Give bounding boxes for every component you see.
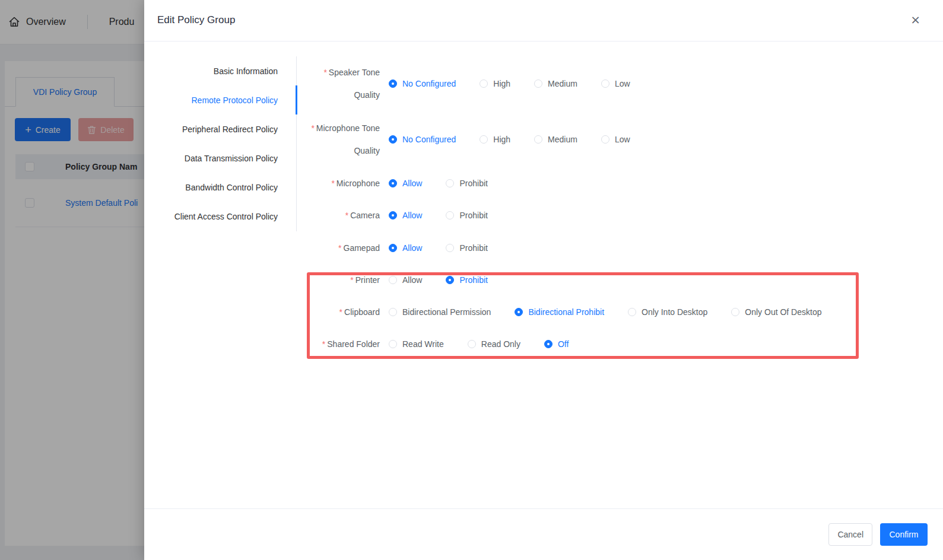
radio-icon — [468, 340, 476, 348]
radio-selected-icon — [389, 79, 397, 88]
cancel-button[interactable]: Cancel — [828, 523, 872, 546]
radio-selected-icon — [389, 135, 397, 144]
radio-only-out-of-desktop[interactable]: Only Out Of Desktop — [731, 307, 821, 317]
required-asterisk: * — [338, 243, 341, 253]
radio-icon — [446, 179, 454, 187]
radio-allow[interactable]: Allow — [389, 179, 422, 188]
required-asterisk: * — [331, 179, 334, 188]
radio-icon — [389, 340, 397, 348]
radio-bidirectional-permission[interactable]: Bidirectional Permission — [389, 307, 491, 317]
required-asterisk: * — [311, 123, 314, 133]
radio-read-write[interactable]: Read Write — [389, 339, 444, 349]
radio-group-microphone: Allow Prohibit — [389, 179, 488, 188]
menu-item-bandwidth-control-policy[interactable]: Bandwidth Control Policy — [144, 173, 297, 202]
radio-group-printer: Allow Prohibit — [389, 275, 488, 285]
radio-selected-icon — [446, 276, 454, 284]
radio-icon — [480, 79, 488, 88]
radio-selected-icon — [389, 179, 397, 187]
menu-item-basic-information[interactable]: Basic Information — [144, 56, 297, 85]
radio-icon — [601, 79, 609, 88]
radio-no-configured[interactable]: No Configured — [389, 79, 456, 88]
close-icon[interactable]: × — [910, 14, 920, 26]
radio-icon — [389, 308, 397, 316]
menu-item-remote-protocol-policy[interactable]: Remote Protocol Policy — [144, 85, 297, 114]
radio-off[interactable]: Off — [544, 339, 569, 349]
modal-header: Edit Policy Group × — [144, 0, 943, 42]
radio-high[interactable]: High — [480, 135, 510, 144]
radio-icon — [446, 244, 454, 252]
radio-icon — [389, 276, 397, 284]
field-label: *Shared Folder — [301, 333, 380, 355]
field-label: *Speaker Tone Quality — [301, 61, 380, 106]
radio-read-only[interactable]: Read Only — [468, 339, 520, 349]
radio-icon — [534, 135, 542, 144]
form-row-speaker-tone-quality: *Speaker Tone Quality No Configured High… — [301, 61, 919, 106]
form-row-gamepad: *Gamepad Allow Prohibit — [301, 240, 919, 256]
radio-group-microphone-tone-quality: No Configured High Medium Low — [389, 135, 630, 144]
radio-selected-icon — [389, 244, 397, 252]
form-row-camera: *Camera Allow Prohibit — [301, 207, 919, 224]
radio-prohibit[interactable]: Prohibit — [446, 243, 487, 253]
radio-allow[interactable]: Allow — [389, 275, 422, 285]
radio-bidirectional-prohibit[interactable]: Bidirectional Prohibit — [515, 307, 604, 317]
menu-item-data-transmission-policy[interactable]: Data Transmission Policy — [144, 144, 297, 173]
radio-group-gamepad: Allow Prohibit — [389, 243, 488, 253]
radio-icon — [731, 308, 739, 316]
required-asterisk: * — [350, 275, 353, 285]
radio-low[interactable]: Low — [601, 79, 630, 88]
field-label: *Printer — [301, 269, 380, 291]
radio-prohibit[interactable]: Prohibit — [446, 275, 487, 285]
menu-item-client-access-control-policy[interactable]: Client Access Control Policy — [144, 202, 297, 231]
edit-policy-group-modal: Edit Policy Group × Basic Information Re… — [144, 0, 943, 560]
radio-group-clipboard: Bidirectional Permission Bidirectional P… — [389, 307, 821, 317]
radio-group-camera: Allow Prohibit — [389, 211, 488, 220]
radio-allow[interactable]: Allow — [389, 243, 422, 253]
required-asterisk: * — [322, 339, 325, 349]
radio-only-into-desktop[interactable]: Only Into Desktop — [628, 307, 707, 317]
radio-icon — [446, 211, 454, 219]
required-asterisk: * — [345, 211, 348, 220]
radio-allow[interactable]: Allow — [389, 211, 422, 220]
field-label: *Gamepad — [301, 237, 380, 259]
modal-title: Edit Policy Group — [157, 14, 235, 26]
radio-icon — [628, 308, 636, 316]
modal-side-menu: Basic Information Remote Protocol Policy… — [144, 56, 297, 231]
form-row-shared-folder: *Shared Folder Read Write Read Only Off — [301, 336, 919, 352]
radio-selected-icon — [515, 308, 523, 316]
required-asterisk: * — [323, 68, 326, 77]
radio-group-shared-folder: Read Write Read Only Off — [389, 339, 569, 349]
screen: Overview Produ VDI Policy Group + Create… — [0, 0, 943, 560]
radio-medium[interactable]: Medium — [534, 79, 577, 88]
radio-medium[interactable]: Medium — [534, 135, 577, 144]
radio-prohibit[interactable]: Prohibit — [446, 179, 487, 188]
field-label: *Microphone Tone Quality — [301, 117, 380, 162]
field-label: *Clipboard — [301, 301, 380, 323]
radio-selected-icon — [544, 340, 553, 348]
form-row-microphone: *Microphone Allow Prohibit — [301, 175, 919, 192]
radio-selected-icon — [389, 211, 397, 219]
field-label: *Camera — [301, 204, 380, 227]
confirm-button[interactable]: Confirm — [880, 523, 928, 546]
radio-group-speaker-tone-quality: No Configured High Medium Low — [389, 79, 630, 88]
field-label: *Microphone — [301, 172, 380, 195]
radio-high[interactable]: High — [480, 79, 510, 88]
form-row-clipboard: *Clipboard Bidirectional Permission Bidi… — [301, 304, 919, 320]
menu-item-peripheral-redirect-policy[interactable]: Peripheral Redirect Policy — [144, 114, 297, 144]
radio-low[interactable]: Low — [601, 135, 630, 144]
radio-icon — [480, 135, 488, 144]
radio-prohibit[interactable]: Prohibit — [446, 211, 487, 220]
radio-icon — [601, 135, 609, 144]
radio-icon — [534, 79, 542, 88]
form-row-printer: *Printer Allow Prohibit — [301, 272, 919, 288]
modal-body: Basic Information Remote Protocol Policy… — [144, 42, 943, 508]
radio-no-configured[interactable]: No Configured — [389, 135, 456, 144]
required-asterisk: * — [339, 307, 342, 317]
modal-footer: Cancel Confirm — [144, 508, 943, 560]
form-row-microphone-tone-quality: *Microphone Tone Quality No Configured H… — [301, 117, 919, 162]
